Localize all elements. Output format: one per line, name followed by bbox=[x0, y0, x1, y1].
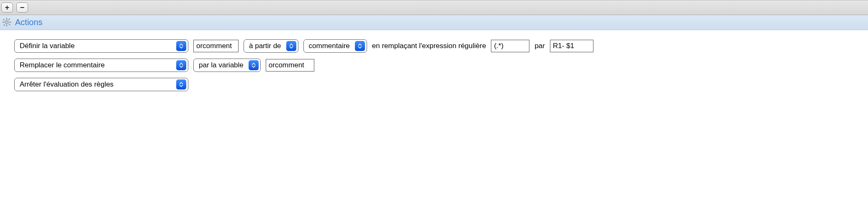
rules-list: Définir la variable à partir de commenta… bbox=[0, 30, 868, 100]
add-button[interactable]: + bbox=[1, 3, 13, 13]
svg-rect-6 bbox=[9, 24, 10, 26]
svg-rect-8 bbox=[3, 24, 5, 26]
replace-regex-label: en remplaçant l'expression régulière bbox=[372, 42, 486, 50]
regex-input[interactable] bbox=[491, 40, 529, 52]
action-select-label: Définir la variable bbox=[15, 42, 176, 50]
action-select[interactable]: Définir la variable bbox=[14, 39, 188, 53]
rule-row: Définir la variable à partir de commenta… bbox=[14, 39, 863, 53]
mode-select[interactable]: par la variable bbox=[193, 59, 261, 72]
svg-rect-2 bbox=[6, 25, 7, 26]
from-select[interactable]: à partir de bbox=[244, 39, 298, 53]
toolbar: + − bbox=[0, 0, 868, 15]
svg-point-9 bbox=[6, 21, 8, 23]
gear-icon bbox=[2, 17, 12, 27]
chevron-up-down-icon bbox=[176, 41, 186, 51]
by-label: par bbox=[534, 42, 545, 50]
from-select-label: à partir de bbox=[244, 42, 286, 50]
source-select-label: commentaire bbox=[304, 42, 355, 50]
actions-header: Actions bbox=[0, 15, 868, 30]
chevron-up-down-icon bbox=[176, 79, 186, 90]
chevron-up-down-icon bbox=[249, 60, 259, 70]
rule-row: Arrêter l'évaluation des règles bbox=[14, 78, 863, 91]
action-select-label: Arrêter l'évaluation des règles bbox=[15, 80, 176, 89]
section-title: Actions bbox=[15, 18, 43, 27]
remove-button[interactable]: − bbox=[16, 3, 28, 13]
variable-name-input[interactable] bbox=[193, 40, 239, 52]
rule-row: Remplacer le commentaire par la variable bbox=[14, 59, 863, 72]
source-select[interactable]: commentaire bbox=[303, 39, 367, 53]
action-select-label: Remplacer le commentaire bbox=[15, 61, 176, 69]
replacement-input[interactable] bbox=[550, 40, 593, 52]
variable-name-input[interactable] bbox=[266, 59, 314, 72]
chevron-up-down-icon bbox=[176, 60, 186, 70]
svg-rect-7 bbox=[8, 18, 10, 20]
action-select[interactable]: Arrêter l'évaluation des règles bbox=[14, 78, 188, 91]
svg-rect-3 bbox=[3, 22, 4, 23]
action-select[interactable]: Remplacer le commentaire bbox=[14, 59, 188, 72]
svg-rect-5 bbox=[3, 19, 5, 20]
chevron-up-down-icon bbox=[355, 41, 365, 51]
mode-select-label: par la variable bbox=[194, 61, 249, 69]
svg-rect-4 bbox=[9, 22, 11, 23]
chevron-up-down-icon bbox=[286, 41, 296, 51]
svg-rect-1 bbox=[6, 18, 7, 20]
